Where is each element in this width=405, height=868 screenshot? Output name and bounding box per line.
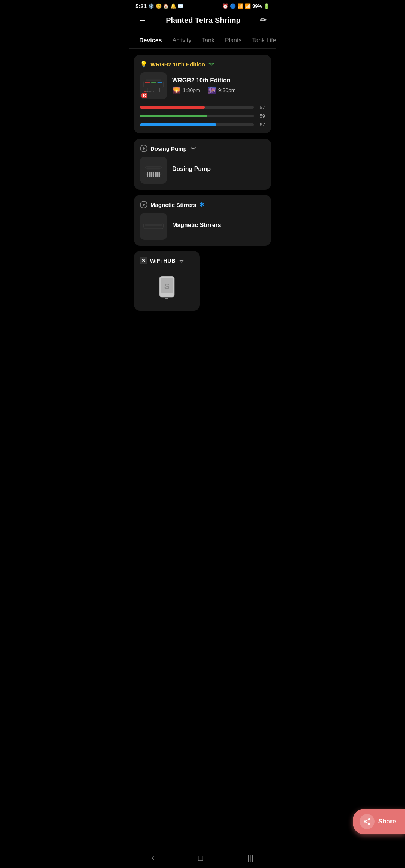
wrgb2-device-name: WRGB2 10th Edition	[172, 77, 265, 84]
hub-card-header: S WiFi HUB	[140, 257, 194, 264]
wrgb2-schedule: 🌄 1:30pm 🌆 9:30pm	[172, 86, 265, 94]
dosing-info: Dosing Pump	[172, 166, 265, 175]
red-bar-row: 57	[140, 105, 265, 110]
bottom-spacer	[134, 316, 271, 346]
wrgb2-card-header: 💡 WRGB2 10th Edition	[140, 61, 265, 68]
edit-button[interactable]: ✏	[257, 14, 270, 27]
svg-rect-0	[144, 81, 164, 88]
dosing-header-icon	[140, 145, 147, 152]
blue-bar-value: 67	[257, 122, 265, 127]
tab-devices[interactable]: Devices	[134, 33, 167, 48]
svg-rect-10	[146, 168, 160, 170]
magnetic-stirrers-card[interactable]: Magnetic Stirrers ✱ Magnetic Stirrers	[134, 195, 271, 246]
stirrers-info: Magnetic Stirrers	[172, 222, 265, 231]
svg-rect-26	[165, 298, 168, 299]
hub-header-icon: S	[140, 257, 147, 264]
hub-card-title: WiFi HUB	[150, 257, 176, 264]
wrgb2-card-body: 10 TH EDITION 10 WRGB2 10th Edition 🌄 1:…	[140, 72, 265, 99]
wrgb2-wifi-icon	[208, 61, 215, 67]
sunrise-time: 🌄 1:30pm	[172, 86, 200, 94]
wrgb2-card-title: WRGB2 10th Edition	[150, 61, 205, 67]
battery-text: 39%	[252, 3, 262, 9]
page-title: Planted Tetra Shrimp	[166, 16, 241, 25]
header: ← Planted Tetra Shrimp ✏	[129, 11, 276, 33]
red-bar-fill	[140, 106, 205, 109]
svg-rect-12	[148, 172, 150, 177]
svg-rect-4	[145, 82, 150, 83]
tab-plants[interactable]: Plants	[220, 33, 247, 48]
stirrers-device-name: Magnetic Stirrers	[172, 222, 265, 229]
green-bar-row: 59	[140, 113, 265, 119]
svg-rect-14	[153, 172, 154, 177]
stirrers-bt-icon: ✱	[200, 201, 204, 208]
battery-icon: 🔋	[264, 3, 270, 9]
hub-card-body: S	[140, 269, 194, 305]
svg-rect-19	[145, 224, 162, 226]
back-button[interactable]: ←	[135, 14, 150, 27]
bottom-navigation: ‹ □ |||	[129, 847, 276, 868]
status-bar: 5:21 ❄️ 😊 🏠 🔔 ✉️ ⏰ 🔵 📶 📶 39% 🔋	[129, 0, 276, 11]
signal-icon: 📶	[245, 3, 251, 9]
red-bar-value: 57	[257, 105, 265, 110]
tab-activity[interactable]: Activity	[167, 33, 197, 48]
dosing-wifi-icon	[190, 145, 196, 152]
tab-tank[interactable]: Tank	[196, 33, 220, 48]
nav-back-button[interactable]: ‹	[144, 850, 162, 866]
hub-wifi-icon	[178, 258, 184, 264]
wrgb2-color-bars: 57 59 67	[140, 105, 265, 127]
red-bar-track	[140, 106, 254, 109]
wrgb2-card[interactable]: 💡 WRGB2 10th Edition	[134, 55, 271, 133]
svg-rect-5	[151, 82, 156, 83]
device-list: 💡 WRGB2 10th Edition	[129, 49, 276, 352]
dosing-device-name: Dosing Pump	[172, 166, 265, 172]
stirrers-image	[140, 213, 167, 240]
dosing-card-body: Dosing Pump	[140, 157, 265, 184]
blue-bar-track	[140, 123, 254, 126]
status-icons: ❄️ 😊 🏠 🔔 ✉️	[148, 3, 183, 9]
svg-text:TH EDITION: TH EDITION	[146, 91, 154, 93]
nav-home-button[interactable]: □	[190, 850, 210, 866]
green-bar-value: 59	[257, 113, 265, 119]
green-bar-track	[140, 115, 254, 117]
sunset-time: 🌆 9:30pm	[208, 86, 236, 94]
sunrise-time-value: 1:30pm	[183, 87, 200, 93]
svg-text:S: S	[164, 282, 170, 290]
svg-rect-13	[151, 172, 152, 177]
sunset-time-value: 9:30pm	[218, 87, 236, 93]
wifi-hub-card[interactable]: S WiFi HUB S	[134, 251, 200, 311]
status-left: 5:21 ❄️ 😊 🏠 🔔 ✉️	[135, 3, 183, 9]
svg-rect-22	[144, 228, 162, 229]
wrgb2-info: WRGB2 10th Edition 🌄 1:30pm 🌆 9:30pm	[172, 77, 265, 94]
dosing-card-header: Dosing Pump	[140, 145, 265, 152]
bulb-icon: 💡	[140, 61, 147, 68]
wrgb2-image: 10 TH EDITION 10	[140, 72, 167, 99]
wifi-status-icon: 📶	[237, 3, 243, 9]
svg-rect-15	[154, 172, 156, 177]
tab-tank-life[interactable]: Tank Life	[247, 33, 276, 48]
svg-rect-16	[156, 172, 158, 177]
svg-rect-17	[159, 172, 160, 177]
stirrers-header-icon	[140, 201, 147, 208]
edition-badge: 10	[141, 93, 147, 98]
status-right: ⏰ 🔵 📶 📶 39% 🔋	[222, 3, 270, 9]
dosing-card-title: Dosing Pump	[150, 145, 187, 152]
svg-rect-1	[146, 80, 161, 82]
stirrers-card-title: Magnetic Stirrers	[150, 202, 196, 208]
sunset-icon: 🌆	[208, 86, 216, 94]
blue-bar-row: 67	[140, 122, 265, 127]
bluetooth-icon: 🔵	[230, 3, 236, 9]
svg-rect-6	[158, 82, 162, 83]
dosing-image	[140, 157, 167, 184]
svg-rect-11	[147, 172, 148, 177]
alarm-icon: ⏰	[222, 3, 228, 9]
sunrise-icon: 🌄	[172, 86, 180, 94]
stirrers-card-body: Magnetic Stirrers	[140, 213, 265, 240]
dosing-pump-card[interactable]: Dosing Pump	[134, 139, 271, 190]
tabs-bar: Devices Activity Tank Plants Tank Life	[129, 33, 276, 49]
nav-recents-button[interactable]: |||	[240, 850, 261, 866]
stirrers-card-header: Magnetic Stirrers ✱	[140, 201, 265, 208]
blue-bar-fill	[140, 123, 216, 126]
green-bar-fill	[140, 115, 207, 117]
status-time: 5:21	[135, 3, 147, 9]
